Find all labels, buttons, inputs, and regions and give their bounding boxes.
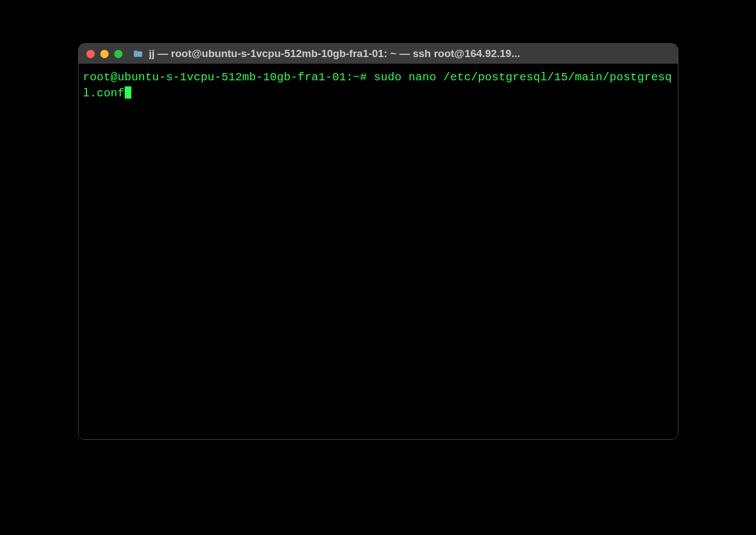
- title-bar[interactable]: jj — root@ubuntu-s-1vcpu-512mb-10gb-fra1…: [79, 44, 678, 64]
- minimize-button[interactable]: [100, 50, 109, 58]
- close-button[interactable]: [86, 50, 95, 58]
- folder-icon: [132, 48, 144, 59]
- cursor: [125, 86, 131, 99]
- window-title: jj — root@ubuntu-s-1vcpu-512mb-10gb-fra1…: [149, 48, 670, 60]
- shell-prompt: root@ubuntu-s-1vcpu-512mb-10gb-fra1-01:~…: [83, 71, 367, 84]
- traffic-lights: [86, 50, 122, 58]
- terminal-window: jj — root@ubuntu-s-1vcpu-512mb-10gb-fra1…: [78, 43, 678, 440]
- maximize-button[interactable]: [114, 50, 122, 58]
- terminal-content[interactable]: root@ubuntu-s-1vcpu-512mb-10gb-fra1-01:~…: [79, 64, 678, 439]
